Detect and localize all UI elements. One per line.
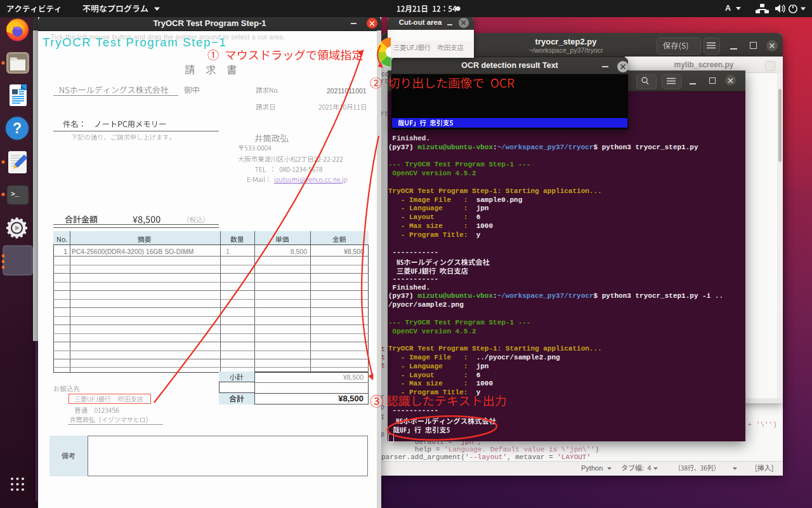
- svg-text:?: ?: [13, 120, 22, 137]
- svg-text:>_: >_: [11, 190, 20, 198]
